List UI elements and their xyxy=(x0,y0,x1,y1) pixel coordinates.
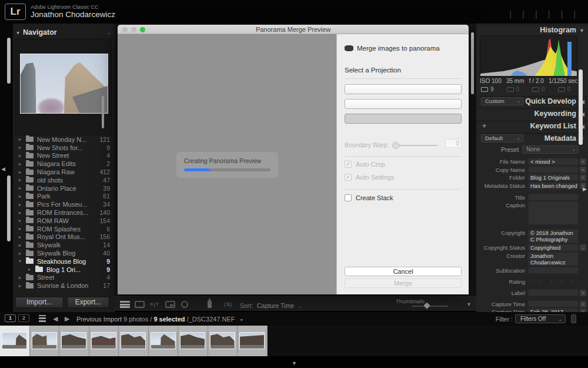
left-panel-scrollbar[interactable] xyxy=(7,38,11,84)
filter-toggle-switch[interactable] xyxy=(571,314,576,323)
filter-dropdown[interactable]: Filters Off xyxy=(515,314,566,323)
disclosure-triangle-icon[interactable] xyxy=(19,251,26,256)
projection-button[interactable] xyxy=(345,99,462,109)
metadata-field-action-icon[interactable] xyxy=(580,174,586,181)
folder-row[interactable]: New Monday N... 121 xyxy=(13,135,115,144)
toolbar-options-caret-icon[interactable]: ▼ xyxy=(466,301,472,307)
boundary-warp-slider-knob[interactable] xyxy=(392,142,399,149)
metadata-field-value[interactable] xyxy=(528,201,579,225)
disclosure-triangle-icon[interactable] xyxy=(19,275,26,280)
disclosure-triangle-icon[interactable] xyxy=(19,194,26,199)
disclosure-triangle-icon[interactable] xyxy=(19,161,26,167)
projection-button[interactable] xyxy=(345,114,462,124)
folder-row[interactable]: Sunrise & London 17 xyxy=(13,281,115,290)
filmstrip-status[interactable]: 9 photos / 9 selected /_DSC3247.NEF xyxy=(123,316,243,323)
filmstrip-collapse-icon[interactable]: ▼ xyxy=(292,360,297,366)
filmstrip-thumbnail[interactable] xyxy=(89,326,119,356)
left-panel-scrollbar[interactable] xyxy=(7,175,11,241)
disclosure-triangle-icon[interactable] xyxy=(19,210,26,216)
checkbox-row[interactable]: Auto Crop xyxy=(345,161,385,168)
cancel-button[interactable]: Cancel xyxy=(345,267,462,276)
filmstrip-thumbnail[interactable] xyxy=(208,326,238,356)
metadata-field-value[interactable] xyxy=(528,267,579,274)
right-panel-scrollbar[interactable] xyxy=(579,69,583,145)
folder-row[interactable]: old shots 47 xyxy=(13,176,115,184)
thumbnail-size-slider-knob[interactable] xyxy=(423,302,430,309)
folder-row[interactable]: Steakhouse Blog 9 xyxy=(13,257,115,266)
histogram-disclosure-icon[interactable]: ▼ xyxy=(579,28,584,34)
checkbox-row[interactable]: Create Stack xyxy=(345,194,393,201)
people-view-icon[interactable] xyxy=(181,301,188,308)
metadata-field-action-icon[interactable] xyxy=(580,158,586,165)
grid-scrollbar[interactable] xyxy=(471,32,474,94)
add-keyword-icon[interactable]: + xyxy=(482,122,486,130)
disclosure-triangle-icon[interactable] xyxy=(19,234,26,240)
module-tab[interactable] xyxy=(504,9,517,19)
projection-button[interactable] xyxy=(345,84,462,94)
folder-row[interactable]: Skywalk 14 xyxy=(13,241,115,249)
folder-row[interactable]: ROM Entrances... 140 xyxy=(13,208,115,217)
histogram-graph[interactable] xyxy=(480,35,577,77)
export-button[interactable]: Export... xyxy=(67,297,109,308)
disclosure-triangle-icon[interactable] xyxy=(19,258,26,264)
metadata-field-value[interactable]: < mixed > xyxy=(528,158,579,165)
left-panel-inner-scrollbar[interactable] xyxy=(102,96,104,128)
checkbox[interactable] xyxy=(345,194,352,201)
checkbox-row[interactable]: Auto Settings xyxy=(345,174,394,181)
metadata-field-value[interactable]: · · · · · xyxy=(528,278,579,285)
disclosure-triangle-icon[interactable] xyxy=(19,226,26,231)
filmstrip-thumbnail[interactable] xyxy=(119,326,149,356)
folder-row[interactable]: New Street 4 xyxy=(13,152,115,160)
preset-dropdown[interactable]: None xyxy=(522,145,579,154)
quick-develop-header[interactable]: Custom Quick Develop ◀ xyxy=(476,96,588,106)
quick-develop-preset-dropdown[interactable]: Custom xyxy=(481,97,523,105)
filmstrip-thumbnail[interactable] xyxy=(0,326,30,356)
filmstrip-thumbnail[interactable] xyxy=(59,326,89,356)
metadata-header[interactable]: Default Metadata ▼ xyxy=(476,133,588,143)
folder-row[interactable]: Pics For Museu... 34 xyxy=(13,200,115,208)
filmstrip-thumbnail[interactable] xyxy=(30,326,60,356)
disclosure-triangle-icon[interactable] xyxy=(19,283,26,289)
metadata-field-value[interactable] xyxy=(528,166,579,173)
metadata-field-value[interactable]: Jonathon Chodarcewicz xyxy=(528,252,579,266)
navigator-preview-image[interactable] xyxy=(20,54,108,114)
folder-row[interactable]: Skywalk Blog 40 xyxy=(13,249,115,257)
metadata-view-dropdown[interactable]: Default xyxy=(481,134,523,142)
keywording-header[interactable]: Keywording ◀ xyxy=(476,108,588,118)
compare-view-icon[interactable]: X|Y xyxy=(150,301,160,308)
module-tab[interactable] xyxy=(517,9,530,19)
filmstrip-source-label[interactable]: Previous Import xyxy=(76,316,122,323)
folder-row[interactable]: Ontario Place 39 xyxy=(13,184,115,193)
metadata-field-action-icon[interactable] xyxy=(580,290,586,296)
disclosure-triangle-icon[interactable] xyxy=(19,153,26,158)
checkbox[interactable] xyxy=(345,174,352,181)
disclosure-triangle-icon[interactable] xyxy=(19,177,26,183)
sort-direction-icon[interactable]: (⇅) xyxy=(224,301,234,308)
survey-view-icon[interactable] xyxy=(165,301,175,308)
secondary-monitor-button[interactable]: 2 xyxy=(18,314,29,322)
filmstrip-thumbnail[interactable] xyxy=(149,326,179,356)
disclosure-triangle-icon[interactable] xyxy=(19,202,26,207)
module-tab[interactable] xyxy=(568,9,581,19)
metadata-field-value[interactable]: Has been changed xyxy=(528,182,579,190)
disclosure-triangle-icon[interactable] xyxy=(19,185,26,191)
metadata-field-action-icon[interactable] xyxy=(580,244,586,251)
disclosure-triangle-icon[interactable] xyxy=(19,145,26,150)
thumbnail-size-slider[interactable] xyxy=(412,306,448,307)
folder-row[interactable]: New Shots for... 9 xyxy=(13,144,115,152)
dialog-title-bar[interactable]: Panorama Merge Preview xyxy=(118,25,469,34)
metadata-field-action-icon[interactable] xyxy=(580,167,586,173)
metadata-field-value[interactable]: © 2018 Jonathon C Photography xyxy=(528,229,579,243)
primary-monitor-button[interactable]: 1 xyxy=(5,314,16,322)
painter-spray-icon[interactable] xyxy=(208,300,212,308)
import-button[interactable]: Import... xyxy=(15,297,64,308)
merge-button[interactable]: Merge xyxy=(345,279,462,288)
go-forward-icon[interactable]: ▶ xyxy=(65,315,69,323)
loupe-view-icon[interactable] xyxy=(135,301,145,308)
navigator-header[interactable]: Navigator xyxy=(13,27,115,38)
metadata-field-value[interactable] xyxy=(528,289,579,296)
folder-row[interactable]: ROM RAW 154 xyxy=(13,217,115,225)
disclosure-triangle-icon[interactable] xyxy=(19,218,26,223)
grid-view-shortcut-icon[interactable] xyxy=(39,315,46,322)
left-panel-collapse-icon[interactable]: ◀ xyxy=(1,166,5,172)
